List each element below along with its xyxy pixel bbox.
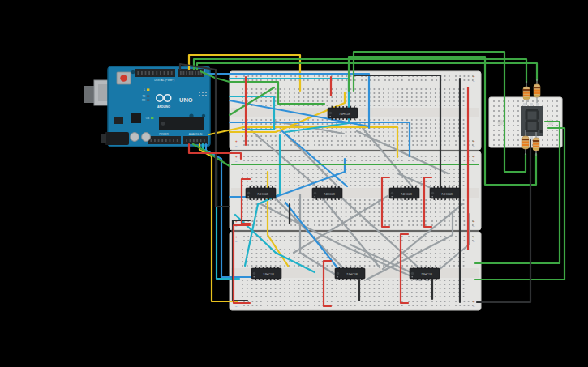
rail-minus-marker: − (473, 160, 475, 164)
rail-minus-marker: − (473, 79, 475, 83)
atmega-chip (159, 117, 204, 130)
ic-chip-5[interactable]: 74HC08 (430, 186, 460, 200)
rail-plus-marker: + (473, 300, 475, 304)
chip-notch (431, 192, 434, 194)
rail-minus-marker: − (473, 305, 475, 309)
chip-pin1-dot (247, 196, 249, 198)
analog-label: ANALOG IN (189, 133, 202, 136)
rail-minus-marker: − (235, 305, 238, 309)
chip-pin1-dot (314, 196, 315, 198)
chip-pin1-dot (253, 276, 255, 278)
pin-header[interactable] (148, 136, 181, 144)
voltage-regulator (131, 113, 141, 123)
chip-pin1-dot (411, 276, 413, 278)
chip-label: 74HC08 (421, 273, 432, 276)
chip-label: 74HC08 (263, 273, 274, 276)
chip-notch (253, 272, 255, 275)
rail-plus-marker: + (473, 220, 475, 224)
ic-chip-6[interactable]: 74HC08 (251, 267, 281, 280)
pin-header[interactable] (178, 69, 204, 77)
chip-label: 74HC08 (401, 193, 412, 196)
led-label-RX: RX (142, 99, 145, 102)
rail-minus-marker: − (473, 240, 475, 244)
chip-notch (247, 192, 250, 194)
power-jack-barrel (101, 134, 106, 143)
capacitor (142, 133, 151, 142)
atmega-notch (161, 122, 165, 126)
rail-minus-marker: − (473, 144, 475, 148)
digital-label: DIGITAL (PWM~) (154, 79, 174, 82)
power-jack (105, 132, 129, 145)
ic-chip-7[interactable]: 74HC08 (335, 267, 365, 280)
rail-minus-marker: − (235, 160, 238, 164)
chip-label: 74HC08 (257, 193, 268, 196)
rail-plus-marker: + (473, 155, 475, 159)
chip-notch (329, 112, 332, 114)
ic-chip-3[interactable]: 74HC08 (312, 186, 342, 200)
power-label: POWER (159, 133, 169, 136)
ic-chip-2[interactable]: 74HC08 (246, 186, 276, 200)
led-label-ON: ON (146, 117, 149, 120)
reset-button-cap[interactable] (120, 75, 127, 81)
rail-minus-marker: − (473, 224, 475, 228)
circuit-canvas: ++−−++−−++−−++−−++−−++−− DIGITAL (PWM~) … (0, 0, 588, 367)
chip-label: 74HC08 (339, 113, 350, 116)
chip-notch (314, 192, 316, 194)
led-label-TX: TX (142, 95, 145, 98)
chip-label: 74HC08 (441, 193, 453, 196)
chip-pin1-dot (391, 196, 393, 198)
chip-pin1-dot (431, 196, 433, 198)
pin-header[interactable] (135, 69, 175, 77)
chip-pin1-dot (329, 116, 331, 117)
rail-plus-marker: + (235, 235, 238, 239)
chip-notch (337, 272, 339, 275)
capacitor (131, 133, 139, 142)
rail-plus-marker: + (473, 75, 475, 79)
chip-notch (391, 192, 393, 194)
rail-minus-marker: − (235, 240, 238, 244)
seven-segment-display[interactable] (521, 103, 543, 140)
model-text: UNO (179, 96, 193, 104)
rail-plus-marker: + (473, 235, 475, 239)
chip-pin1-dot (337, 276, 338, 278)
transistor (114, 117, 123, 124)
chip-notch (411, 272, 414, 275)
rail-plus-marker: + (235, 155, 238, 159)
brand-text: ARDUINO (157, 105, 170, 109)
rail-plus-marker: + (473, 139, 475, 143)
ic-chip-4[interactable]: 74HC08 (389, 186, 419, 200)
rail-plus-marker: + (235, 139, 238, 143)
chip-label: 74HC08 (324, 193, 335, 196)
mounting-hole (131, 70, 135, 74)
ic-chip-8[interactable]: 74HC08 (410, 267, 440, 280)
ic-chip-1[interactable]: 74HC08 (328, 106, 358, 120)
chip-label: 74HC08 (346, 273, 358, 276)
tinkercad-circuit: ++−−++−−++−−++−−++−−++−− DIGITAL (PWM~) … (0, 0, 588, 367)
rail-minus-marker: − (235, 144, 238, 148)
